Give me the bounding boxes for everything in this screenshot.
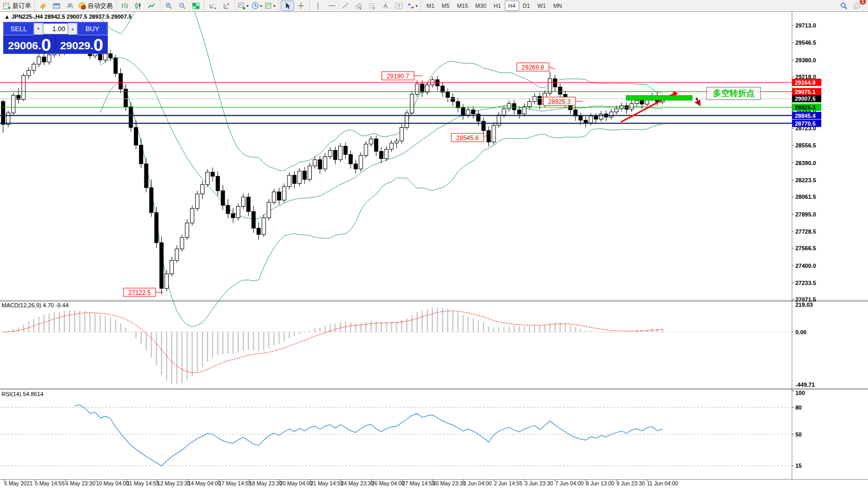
new-order-icon — [3, 2, 11, 10]
tf-m5[interactable]: M5 — [438, 1, 453, 11]
fibonacci-icon: F — [368, 2, 376, 10]
terminal-icon — [53, 2, 61, 10]
channel-tool[interactable]: E — [352, 1, 365, 11]
candle — [231, 214, 235, 218]
svg-text:6 May 23:30: 6 May 23:30 — [65, 480, 95, 486]
candle — [522, 107, 526, 114]
period-button[interactable]: ▾ — [250, 1, 264, 11]
new-order-label: 新订单 — [12, 2, 31, 10]
svg-text:27400.0: 27400.0 — [795, 263, 816, 269]
candle — [456, 102, 460, 108]
volume-decrease-button[interactable]: ▼ — [34, 23, 43, 35]
vertical-line-tool[interactable] — [311, 1, 325, 11]
chart-surface[interactable]: 29713.029546.529380.029218.028885.028723… — [0, 0, 868, 489]
buy-button[interactable]: BUY — [77, 22, 107, 35]
svg-text:14 May 04:00: 14 May 04:00 — [188, 480, 221, 486]
candle — [375, 139, 378, 152]
terminal-button[interactable] — [50, 1, 63, 11]
tf-m1[interactable]: M1 — [423, 1, 438, 11]
candle — [349, 155, 352, 164]
notifications-button[interactable]: 1 — [850, 1, 864, 11]
new-chart-dropdown-icon: ▾ — [246, 4, 249, 8]
auto-scroll-button[interactable] — [206, 1, 219, 11]
tf-h1[interactable]: H1 — [490, 1, 504, 11]
volume-increase-button[interactable]: ▲ — [68, 23, 77, 35]
candle — [22, 76, 25, 100]
candle — [282, 187, 286, 200]
candle — [134, 128, 138, 145]
svg-text:29380.0: 29380.0 — [795, 57, 816, 63]
signals-button[interactable] — [63, 1, 77, 11]
svg-text:29007.5: 29007.5 — [795, 96, 816, 102]
svg-text:27566.5: 27566.5 — [795, 245, 816, 251]
candle — [287, 175, 291, 187]
collapse-marker-icon[interactable]: ▲ — [4, 13, 10, 20]
tf-h4[interactable]: H4 — [505, 1, 519, 11]
templates-icon — [265, 2, 273, 10]
svg-text:27895.0: 27895.0 — [795, 211, 816, 218]
cursor-tool-button[interactable] — [281, 1, 294, 11]
bar-chart-button[interactable] — [118, 1, 131, 11]
candle — [635, 101, 639, 104]
autotrading-button[interactable]: 自动交易 — [77, 1, 114, 11]
candle — [451, 98, 454, 102]
candle — [492, 126, 495, 142]
sell-button[interactable]: SELL — [4, 22, 34, 35]
volume-input[interactable]: 1.00 — [43, 23, 68, 34]
svg-text:80: 80 — [795, 404, 802, 411]
buy-price[interactable]: 29029.0 — [56, 35, 108, 52]
horizontal-line-tool[interactable] — [325, 1, 338, 11]
sell-price[interactable]: 29006.0 — [4, 35, 56, 52]
candle — [293, 175, 296, 184]
trendline-tool[interactable] — [338, 1, 352, 11]
svg-text:7 Jun 04:00: 7 Jun 04:00 — [555, 480, 584, 486]
candle — [201, 185, 204, 194]
templates-button[interactable]: ▾ — [264, 1, 277, 11]
candle — [308, 166, 312, 180]
candle — [303, 171, 307, 180]
bar-chart-icon — [121, 2, 129, 10]
candle — [267, 202, 271, 218]
arrows-tool[interactable]: ▾ — [406, 1, 419, 11]
svg-text:9 Jun 23:30: 9 Jun 23:30 — [616, 480, 645, 486]
zoom-in-icon — [165, 2, 173, 10]
search-button[interactable] — [837, 1, 850, 11]
tf-m30[interactable]: M30 — [472, 1, 490, 11]
text-tool[interactable]: A — [379, 1, 392, 11]
candle — [139, 145, 143, 164]
candle — [441, 86, 445, 92]
zone-label-text: 多空转折点 — [713, 88, 754, 98]
metaeditor-button[interactable] — [36, 1, 50, 11]
svg-text:11 Jun 04:00: 11 Jun 04:00 — [647, 480, 678, 486]
fibonacci-tool[interactable]: F — [365, 1, 379, 11]
chart-shift-icon — [223, 2, 230, 10]
candlestick-chart-button[interactable] — [131, 1, 145, 11]
text-label-tool[interactable]: T — [392, 1, 406, 11]
tf-w1[interactable]: W1 — [534, 1, 550, 11]
new-chart-button[interactable]: ▾ — [237, 1, 250, 11]
svg-text:27122.5: 27122.5 — [128, 289, 151, 296]
chart-shift-button[interactable] — [219, 1, 233, 11]
tf-m15[interactable]: M15 — [453, 1, 472, 11]
candle — [246, 197, 250, 212]
channel-icon: E — [355, 2, 363, 10]
price-chart[interactable]: 29713.029546.529380.029218.028885.028723… — [0, 0, 868, 489]
svg-text:28925.3: 28925.3 — [795, 104, 816, 111]
candle — [584, 120, 587, 123]
tile-windows-button[interactable] — [189, 1, 202, 11]
templates-dropdown-icon: ▾ — [273, 4, 275, 8]
clock-icon — [252, 2, 259, 10]
tf-d1[interactable]: D1 — [519, 1, 534, 11]
line-chart-button[interactable] — [145, 1, 158, 11]
zoom-out-button[interactable] — [175, 1, 189, 11]
new-order-button[interactable]: 新订单 — [2, 1, 33, 11]
candle — [272, 192, 276, 202]
svg-text:1 Jun 04:00: 1 Jun 04:00 — [463, 480, 492, 486]
crosshair-tool-button[interactable] — [294, 1, 308, 11]
candle — [226, 206, 230, 214]
candle — [589, 116, 593, 123]
candle — [640, 101, 644, 104]
tf-mn[interactable]: MN — [549, 1, 566, 11]
zoom-in-button[interactable] — [162, 1, 175, 11]
candle — [114, 58, 117, 74]
